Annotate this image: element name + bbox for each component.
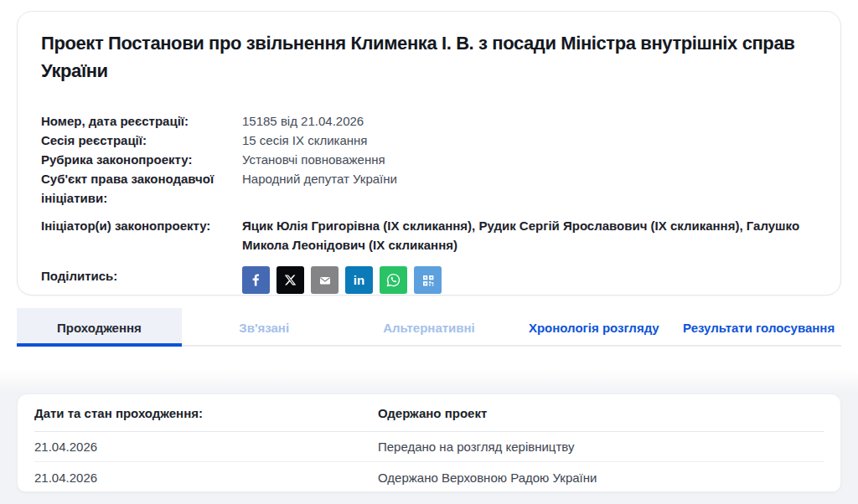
detail-value: Установчі повноваження	[242, 150, 817, 169]
detail-row-rubric: Рубрика законопроекту: Установчі повнова…	[41, 150, 817, 169]
detail-label: Номер, дата реєстрації:	[41, 111, 242, 131]
tab-khronolohiia[interactable]: Хронологія розгляду	[511, 308, 676, 347]
table-row: 21.04.2026 Одержано Верховною Радою Укра…	[34, 462, 824, 492]
tab-prohodzhennia[interactable]: Проходження	[17, 308, 182, 347]
row-status: Передано на розгляд керівництву	[378, 440, 824, 454]
bill-details: Номер, дата реєстрації: 15185 від 21.04.…	[41, 111, 817, 294]
share-row: Поділитись:	[41, 266, 817, 294]
detail-label: Ініціатор(и) законопроекту:	[41, 216, 242, 235]
share-qr-button[interactable]	[414, 266, 442, 294]
share-facebook-button[interactable]	[242, 266, 270, 294]
column-header-dates: Дати та стан проходження:	[34, 406, 378, 420]
qr-code-icon	[421, 273, 436, 288]
detail-value: 15 сесія IX скликання	[242, 131, 817, 150]
detail-label: Рубрика законопроекту:	[41, 150, 242, 169]
page-title: Проект Постанови про звільнення Клименка…	[41, 29, 833, 85]
row-date: 21.04.2026	[34, 440, 378, 454]
share-label: Поділитись:	[41, 266, 242, 285]
x-twitter-icon	[284, 274, 297, 286]
whatsapp-icon	[385, 272, 401, 288]
bill-page: Проект Постанови про звільнення Клименка…	[0, 0, 858, 504]
table-header-row: Дати та стан проходження: Одержано проек…	[34, 394, 824, 432]
share-email-button[interactable]	[311, 266, 339, 294]
detail-value-initiators: Яцик Юлія Григорівна (ІХ скликання), Руд…	[242, 216, 817, 255]
detail-value: 15185 від 21.04.2026	[242, 111, 817, 131]
detail-row-subject: Суб'єкт права законодавчої ініціативи: Н…	[41, 169, 817, 208]
row-status: Одержано Верховною Радою України	[378, 471, 824, 485]
share-whatsapp-button[interactable]	[380, 266, 407, 294]
detail-row-session: Сесія реєстрації: 15 сесія IX скликання	[41, 131, 817, 150]
share-linkedin-button[interactable]: in	[345, 266, 373, 294]
tab-rezultaty[interactable]: Результати голосування	[676, 308, 841, 347]
facebook-icon	[249, 273, 263, 287]
share-buttons: in	[242, 266, 442, 294]
detail-row-registration: Номер, дата реєстрації: 15185 від 21.04.…	[41, 111, 817, 131]
tab-alternatyvni[interactable]: Альтернативні	[347, 308, 512, 347]
share-x-button[interactable]	[277, 266, 304, 294]
detail-label: Суб'єкт права законодавчої ініціативи:	[41, 169, 242, 208]
column-header-status: Одержано проект	[378, 406, 824, 420]
tab-zviazani[interactable]: Зв'язані	[182, 308, 347, 347]
lower-section: Дати та стан проходження: Одержано проек…	[0, 372, 858, 504]
detail-value: Народний депутат України	[242, 169, 817, 188]
row-date: 21.04.2026	[34, 471, 378, 485]
table-row: 21.04.2026 Передано на розгляд керівницт…	[34, 432, 824, 462]
detail-row-initiators: Ініціатор(и) законопроекту: Яцик Юлія Гр…	[41, 216, 817, 255]
progress-table-card: Дати та стан проходження: Одержано проек…	[17, 393, 841, 492]
bill-summary-card: Проект Постанови про звільнення Клименка…	[17, 11, 841, 296]
tabs-bar: Проходження Зв'язані Альтернативні Хроно…	[17, 308, 841, 347]
detail-label: Сесія реєстрації:	[41, 131, 242, 150]
email-icon	[318, 273, 333, 288]
linkedin-icon: in	[354, 274, 364, 286]
